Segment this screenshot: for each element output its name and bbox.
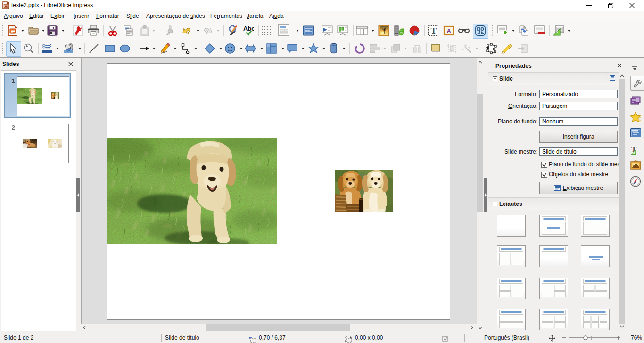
svg-text:T: T [431,26,437,36]
svg-text:A: A [447,27,452,34]
svg-text:Abc: Abc [243,25,254,32]
